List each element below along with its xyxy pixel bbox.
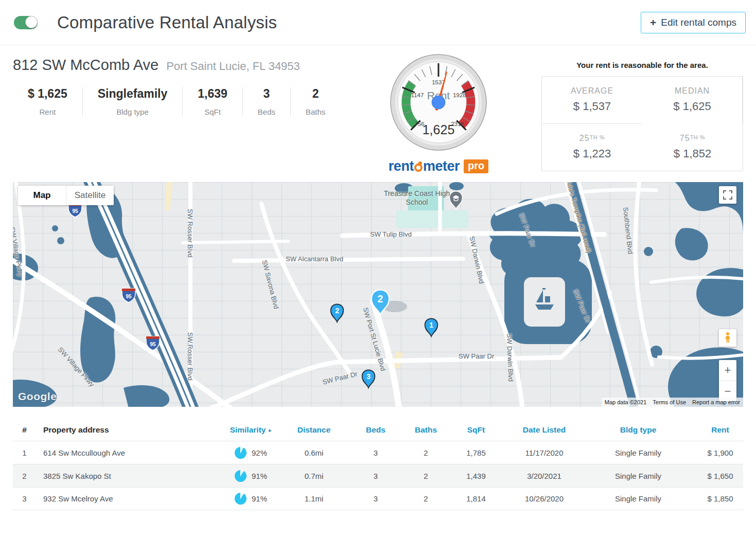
- property-stats: $ 1,625 Rent Singlefamily Bldg type 1,63…: [13, 87, 359, 116]
- rent-verdict: Your rent is reasonable for the area.: [541, 61, 743, 69]
- stat-label: Baths: [306, 107, 325, 116]
- svg-text:2: 2: [335, 307, 339, 315]
- gauge-tick-1928: 1928: [453, 92, 466, 98]
- map-type-control: Map Satellite: [18, 186, 114, 205]
- street-label: SW.Rosser Blvd: [186, 332, 194, 381]
- map-type-map-button[interactable]: Map: [18, 186, 66, 205]
- row-address: 614 Sw Mccullough Ave: [36, 448, 216, 457]
- row-beds: 3: [342, 494, 409, 503]
- row-num: 3: [13, 494, 36, 503]
- property-stat: 3 Beds: [242, 87, 290, 116]
- svg-text:95: 95: [150, 342, 156, 347]
- fullscreen-button[interactable]: [719, 186, 736, 204]
- similarity-value: 92%: [252, 448, 267, 457]
- gauge-hub: [432, 96, 445, 109]
- col-header-sqft[interactable]: SqFt: [443, 425, 509, 435]
- col-header-similarity[interactable]: Similarity▲: [216, 425, 286, 435]
- row-date-listed: 10/26/2020: [509, 494, 579, 503]
- school-grounds-light: [396, 210, 468, 228]
- fullscreen-icon: [723, 190, 733, 200]
- percentile-grid: AVERAGE $ 1,537 MEDIAN $ 1,625 25TH % $ …: [542, 77, 743, 171]
- col-header-beds[interactable]: Beds: [342, 425, 409, 435]
- analysis-toggle[interactable]: [14, 16, 38, 29]
- row-address: 932 Sw Mcelroy Ave: [36, 494, 216, 503]
- percentile-value: $ 1,223: [542, 147, 642, 160]
- percentile-cell: MEDIAN $ 1,625: [642, 77, 743, 124]
- percentile-label: MEDIAN: [675, 86, 710, 95]
- table-row[interactable]: 2 3825 Sw Kakopo St 91% 0.7mi 3 2 1,439 …: [13, 464, 743, 487]
- comps-table: # Property address Similarity▲ Distance …: [13, 418, 743, 510]
- row-rent: $ 1,900: [697, 448, 743, 457]
- property-address: 812 SW McComb Ave: [13, 57, 159, 74]
- percentile-value: $ 1,852: [642, 147, 743, 160]
- col-header-bldg-type[interactable]: Bldg type: [579, 425, 697, 435]
- stat-value: Singlefamily: [98, 87, 167, 101]
- sort-asc-icon: ▲: [267, 427, 272, 433]
- stat-value: $ 1,625: [28, 87, 67, 101]
- pro-badge: pro: [464, 159, 488, 173]
- map-canvas: 95 95 95 2: [13, 182, 743, 407]
- page-header: Comparative Rental Analysis + Edit renta…: [0, 0, 756, 45]
- stat-label: Bldg type: [98, 107, 167, 116]
- row-distance: 0.7mi: [286, 472, 342, 480]
- percentile-label: 75: [680, 134, 690, 142]
- svg-text:95: 95: [72, 208, 78, 214]
- row-sqft: 1,785: [443, 448, 509, 457]
- report-map-error-link[interactable]: Report a map error: [689, 398, 743, 407]
- row-bldg-type: Single Family: [579, 448, 697, 457]
- comps-table-header: # Property address Similarity▲ Distance …: [13, 418, 743, 441]
- row-similarity: 91%: [216, 493, 286, 505]
- svg-text:95: 95: [126, 294, 132, 299]
- zoom-control: + −: [719, 360, 736, 401]
- rentometer-logo: rent meter pro: [383, 158, 494, 174]
- edit-rental-comps-button[interactable]: + Edit rental comps: [641, 12, 746, 33]
- row-rent: $ 1,650: [697, 472, 743, 480]
- svg-text:1: 1: [429, 321, 433, 329]
- stat-value: 3: [258, 87, 275, 101]
- svg-text:2: 2: [378, 293, 383, 304]
- col-header-baths[interactable]: Baths: [409, 425, 443, 435]
- street-label: SW Rosser Blvd: [186, 209, 194, 258]
- col-header-address[interactable]: Property address: [36, 425, 216, 435]
- similarity-pie-icon: [235, 493, 247, 505]
- terms-of-use-link[interactable]: Terms of Use: [649, 398, 689, 407]
- similarity-value: 91%: [252, 472, 267, 480]
- row-baths: 2: [409, 448, 443, 457]
- comps-table-body: 1 614 Sw Mccullough Ave 92% 0.6mi 3 2 1,…: [13, 441, 743, 510]
- col-header-date-listed[interactable]: Date Listed: [509, 425, 579, 435]
- col-header-num[interactable]: #: [13, 425, 36, 435]
- gauge-value: 1,625: [423, 122, 455, 137]
- stat-value: 2: [306, 87, 325, 101]
- row-date-listed: 3/20/2021: [509, 472, 579, 480]
- row-distance: 1.1mi: [286, 494, 342, 503]
- percentile-value: $ 1,537: [542, 100, 642, 113]
- school-label: Treasure Coast High School: [378, 189, 455, 206]
- comparative-rental-analysis-page: Comparative Rental Analysis + Edit renta…: [0, 0, 756, 539]
- similarity-value: 91%: [252, 494, 267, 503]
- pegman-button[interactable]: [719, 329, 736, 347]
- zoom-in-button[interactable]: +: [719, 360, 736, 381]
- page-title: Comparative Rental Analysis: [57, 13, 277, 32]
- table-row[interactable]: 1 614 Sw Mccullough Ave 92% 0.6mi 3 2 1,…: [13, 441, 743, 464]
- stat-label: Rent: [28, 107, 67, 116]
- svg-text:3: 3: [366, 372, 371, 381]
- percentile-value: $ 1,625: [642, 100, 742, 113]
- row-baths: 2: [409, 472, 443, 480]
- property-summary-band: 812 SW McComb Ave Port Saint Lucie, FL 3…: [0, 45, 756, 180]
- stat-label: Beds: [258, 107, 275, 116]
- map-attribution: Map data ©2021 Terms of Use Report a map…: [602, 398, 743, 407]
- brand-right: meter: [423, 158, 460, 174]
- col-header-rent[interactable]: Rent: [697, 425, 743, 435]
- table-row[interactable]: 3 932 Sw Mcelroy Ave 91% 1.1mi 3 2 1,814…: [13, 487, 743, 510]
- map-type-satellite-button[interactable]: Satellite: [66, 186, 114, 205]
- rent-gauge-dial: 1537 1147 1928 756 2318 Rent 1,625: [390, 53, 487, 151]
- similarity-pie-icon: [235, 447, 247, 459]
- property-stat: 2 Baths: [290, 87, 340, 116]
- row-beds: 3: [342, 448, 409, 457]
- street-label: SW Alcantarra Blvd: [286, 255, 343, 263]
- col-header-distance[interactable]: Distance: [286, 425, 342, 435]
- comps-map[interactable]: 95 95 95 2: [13, 182, 743, 407]
- percentile-suffix: TH %: [590, 134, 605, 140]
- row-num: 2: [13, 472, 36, 480]
- harbor-island: [524, 277, 565, 327]
